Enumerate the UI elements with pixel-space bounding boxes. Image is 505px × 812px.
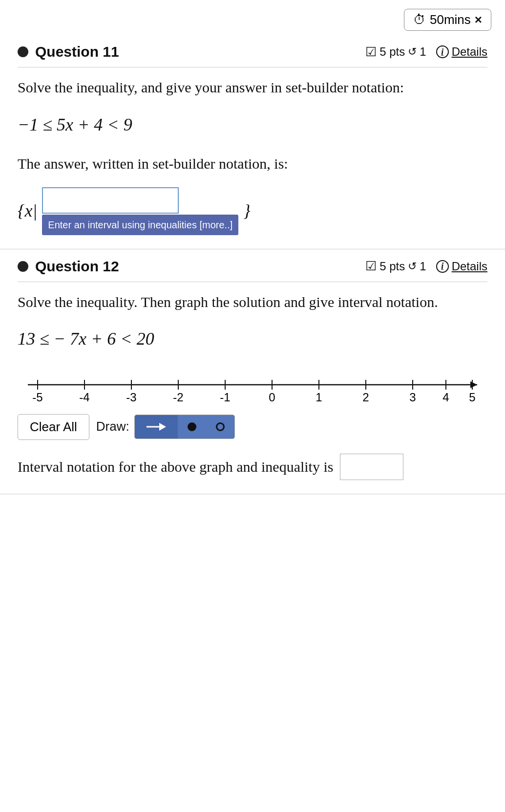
retry-icon-q12: ↺ — [408, 260, 417, 273]
question-11-header: Question 11 ☑ 5 pts ↺ 1 i Details — [18, 44, 487, 67]
clock-icon: ⏱ — [413, 12, 426, 27]
question-12-prompt: Solve the inequality. Then graph the sol… — [18, 291, 487, 314]
question-11-bullet — [18, 46, 28, 57]
draw-circle-button[interactable] — [206, 417, 234, 436]
timer-label: 50mins — [430, 12, 471, 27]
info-icon-q11: i — [436, 45, 449, 58]
svg-text:5: 5 — [469, 391, 475, 404]
checkbox-icon-q12: ☑ — [365, 259, 377, 274]
svg-text:-2: -2 — [173, 391, 183, 404]
svg-text:3: 3 — [409, 391, 416, 404]
question-11-meta: ☑ 5 pts ↺ 1 i Details — [365, 44, 487, 60]
question-12-bullet — [18, 261, 28, 272]
answer-input-q11[interactable] — [42, 187, 179, 214]
draw-arrow-button[interactable] — [135, 415, 178, 439]
question-11-math: −1 ≤ 5x + 4 < 9 — [18, 111, 487, 139]
answer-input-wrapper: Enter an interval using inequalities [mo… — [42, 187, 238, 235]
question-12-math: 13 ≤ − 7x + 6 < 20 — [18, 325, 487, 353]
svg-text:1: 1 — [316, 391, 322, 404]
interval-notation-row: Interval notation for the above graph an… — [18, 454, 487, 480]
svg-text:2: 2 — [362, 391, 369, 404]
answer-suffix: } — [243, 197, 250, 225]
close-icon[interactable]: × — [475, 12, 482, 27]
question-12-title: Question 12 — [18, 258, 119, 275]
draw-label: Draw: — [96, 417, 129, 437]
draw-tools-group — [134, 415, 235, 439]
dot-icon — [188, 422, 196, 431]
svg-marker-1 — [470, 381, 477, 388]
info-icon-q12: i — [436, 260, 449, 273]
details-link-q12[interactable]: i Details — [436, 260, 487, 273]
svg-text:4: 4 — [442, 391, 449, 404]
question-12-meta: ☑ 5 pts ↺ 1 i Details — [365, 259, 487, 274]
svg-text:-5: -5 — [32, 391, 42, 404]
question-11-answer-label: The answer, written in set-builder notat… — [18, 153, 487, 176]
svg-text:0: 0 — [269, 391, 275, 404]
tooltip-hint-q11: Enter an interval using inequalities [mo… — [42, 215, 238, 235]
circle-icon — [216, 422, 225, 431]
svg-text:-3: -3 — [126, 391, 136, 404]
details-link-q11[interactable]: i Details — [436, 45, 487, 59]
question-11-pts: ☑ 5 pts ↺ 1 — [365, 44, 426, 60]
draw-dot-button[interactable] — [178, 417, 206, 436]
timer-button[interactable]: ⏱ 50mins × — [404, 9, 491, 31]
interval-prompt: Interval notation for the above graph an… — [18, 455, 333, 479]
retry-icon: ↺ — [408, 45, 417, 58]
question-12-header: Question 12 ☑ 5 pts ↺ 1 i Details — [18, 258, 487, 282]
question-11-answer-row: {x| Enter an interval using inequalities… — [18, 187, 487, 235]
clear-all-button[interactable]: Clear All — [18, 414, 89, 440]
question-11-block: Question 11 ☑ 5 pts ↺ 1 i Details Solve … — [0, 35, 505, 249]
number-line-svg: -5 -4 -3 -2 -1 0 1 — [18, 371, 487, 405]
timer-bar: ⏱ 50mins × — [0, 0, 505, 35]
answer-prefix: {x| — [18, 197, 37, 225]
checkbox-icon: ☑ — [365, 44, 377, 60]
question-11-prompt: Solve the inequality, and give your answ… — [18, 76, 487, 99]
question-11-body: Solve the inequality, and give your answ… — [18, 76, 487, 235]
interval-input-q12[interactable] — [340, 454, 403, 480]
question-12-pts: ☑ 5 pts ↺ 1 — [365, 259, 426, 274]
svg-text:-1: -1 — [220, 391, 230, 404]
draw-toolbar: Clear All Draw: — [18, 414, 487, 440]
question-12-body: Solve the inequality. Then graph the sol… — [18, 291, 487, 480]
question-11-title: Question 11 — [18, 44, 119, 60]
number-line: -5 -4 -3 -2 -1 0 1 — [18, 371, 487, 405]
arrow-icon — [145, 420, 168, 434]
svg-text:-4: -4 — [79, 391, 89, 404]
question-12-block: Question 12 ☑ 5 pts ↺ 1 i Details Solve … — [0, 249, 505, 494]
svg-marker-25 — [159, 423, 166, 431]
